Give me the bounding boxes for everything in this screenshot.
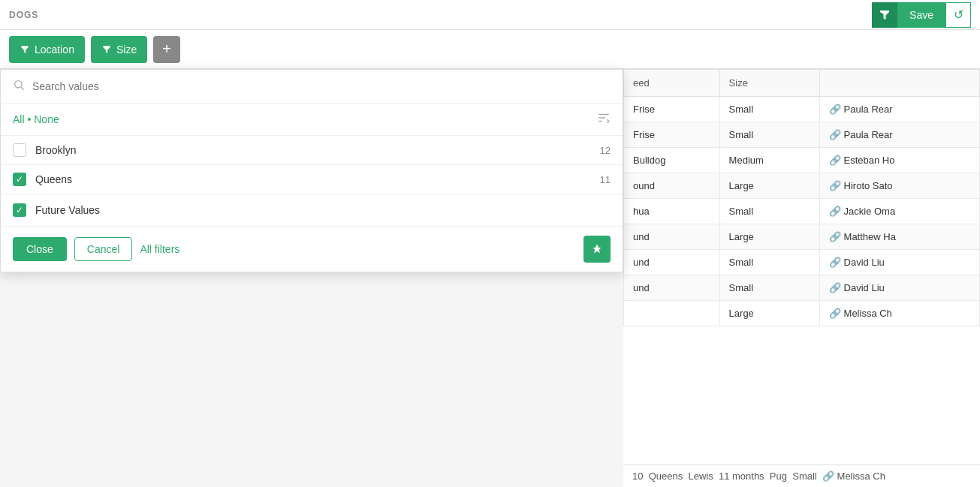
col-owner [819, 70, 979, 97]
cell-breed: hua [624, 199, 720, 224]
table-row: ound Large 🔗Hiroto Sato [624, 173, 980, 199]
table-row: Frise Small 🔗Paula Rear [624, 97, 980, 122]
all-none-toggle[interactable]: All • None [13, 113, 59, 125]
table-row: und Small 🔗David Liu [624, 250, 980, 275]
future-values-label: Future Values [35, 204, 100, 216]
size-filter-button[interactable]: Size [91, 36, 147, 63]
cell-owner: 🔗Esteban Ho [819, 148, 979, 173]
cell-owner: 🔗Matthew Ha [819, 224, 979, 250]
search-input[interactable] [32, 80, 611, 92]
queens-label: Queens [35, 173, 72, 185]
svg-point-0 [15, 81, 22, 88]
cell-owner: 🔗David Liu [819, 250, 979, 275]
queens-checkbox[interactable]: ✓ [13, 173, 26, 186]
option-brooklyn: Brooklyn 12 [1, 136, 623, 165]
search-row [1, 70, 623, 104]
close-button[interactable]: Close [13, 237, 67, 261]
cell-size: Small [719, 97, 819, 122]
all-filters-link[interactable]: All filters [140, 243, 179, 255]
bottom-row-owner: 🔗 Melissa Ch [822, 470, 885, 482]
refresh-icon: ↺ [954, 8, 963, 22]
table-row: und Small 🔗David Liu [624, 275, 980, 301]
brooklyn-label: Brooklyn [35, 144, 76, 156]
size-filter-label: Size [116, 44, 137, 56]
cell-breed [624, 301, 720, 326]
cell-size: Large [719, 173, 819, 199]
bottom-row-location: Queens [649, 470, 689, 482]
table-row: Bulldog Medium 🔗Esteban Ho [624, 148, 980, 173]
location-filter-button[interactable]: Location [9, 36, 85, 63]
cell-size: Small [719, 122, 819, 148]
cell-size: Small [719, 199, 819, 224]
cell-breed: und [624, 224, 720, 250]
table-row: Frise Small 🔗Paula Rear [624, 122, 980, 148]
table-area: eed Size Frise Small 🔗Paula Rear Frise S… [623, 69, 980, 487]
bottom-row-age: 11 months [719, 470, 770, 482]
cell-breed: Frise [624, 97, 720, 122]
pin-button[interactable] [583, 236, 611, 263]
queens-count: 11 [600, 174, 611, 185]
location-filter-label: Location [35, 44, 74, 56]
filter-bar: Location Size + [0, 30, 980, 69]
cell-owner: 🔗Hiroto Sato [819, 173, 979, 199]
sort-icon[interactable] [597, 111, 611, 128]
col-size: Size [719, 70, 819, 97]
save-button[interactable]: Save [897, 2, 945, 28]
pin-icon [591, 243, 603, 255]
brooklyn-count: 12 [600, 145, 611, 156]
search-icon [13, 79, 25, 94]
cell-breed: ound [624, 173, 720, 199]
table-row: hua Small 🔗Jackie Oma [624, 199, 980, 224]
option-queens: ✓ Queens 11 [1, 165, 623, 194]
table-row: und Large 🔗Matthew Ha [624, 224, 980, 250]
cell-breed: und [624, 250, 720, 275]
add-filter-icon: + [162, 41, 171, 58]
all-none-row: All • None [1, 104, 623, 136]
location-filter-icon [20, 44, 30, 55]
cell-breed: Frise [624, 122, 720, 148]
add-filter-button[interactable]: + [153, 36, 180, 63]
cell-owner: 🔗Paula Rear [819, 122, 979, 148]
table-row: Large 🔗Melissa Ch [624, 301, 980, 326]
cell-size: Medium [719, 148, 819, 173]
cell-owner: 🔗David Liu [819, 275, 979, 301]
bottom-row-size: Small [792, 470, 822, 482]
location-filter-dropdown: All • None Brooklyn 12 ✓ Queens [0, 69, 623, 272]
cell-size: Large [719, 224, 819, 250]
future-values-checkbox[interactable]: ✓ [13, 203, 26, 217]
cell-size: Small [719, 250, 819, 275]
brooklyn-checkbox[interactable] [13, 143, 26, 157]
bottom-row-num: 10 [632, 470, 649, 482]
future-values-row: ✓ Future Values [1, 194, 623, 227]
col-breed: eed [624, 70, 720, 97]
bottom-row-name: Lewis [688, 470, 718, 482]
cell-owner: 🔗Jackie Oma [819, 199, 979, 224]
data-table: eed Size Frise Small 🔗Paula Rear Frise S… [623, 69, 980, 326]
top-bar: DOGS Save ↺ [0, 0, 980, 30]
cancel-button[interactable]: Cancel [74, 237, 133, 261]
size-filter-icon [101, 44, 112, 55]
cell-owner: 🔗Paula Rear [819, 97, 979, 122]
svg-line-1 [21, 87, 24, 90]
bottom-row: 10 Queens Lewis 11 months Pug Small 🔗 Me… [623, 464, 980, 487]
main-content: All • None Brooklyn 12 ✓ Queens [0, 69, 980, 487]
top-right-actions: Save ↺ [872, 2, 971, 28]
cell-size: Large [719, 301, 819, 326]
app-title: DOGS [9, 10, 38, 20]
cell-owner: 🔗Melissa Ch [819, 301, 979, 326]
bottom-row-breed: Pug [770, 470, 792, 482]
cell-breed: und [624, 275, 720, 301]
save-filter-icon-wrap [872, 2, 897, 28]
footer-row: Close Cancel All filters [1, 227, 623, 272]
filter-save-icon [878, 8, 891, 22]
cell-size: Small [719, 275, 819, 301]
refresh-button[interactable]: ↺ [945, 2, 971, 28]
cell-breed: Bulldog [624, 148, 720, 173]
